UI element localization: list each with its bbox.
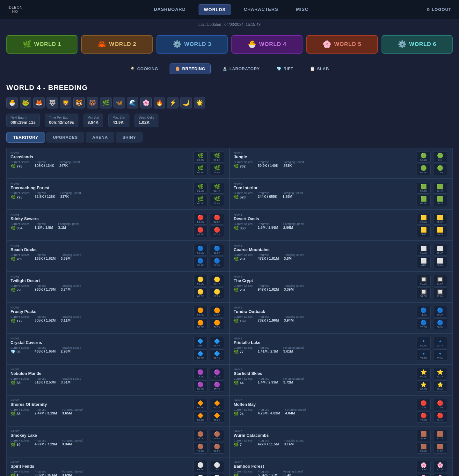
- pet-icon-12[interactable]: ⚡: [167, 97, 178, 108]
- pet-slot-icon: 🔹: [437, 351, 443, 357]
- nav-misc[interactable]: MISC: [291, 4, 314, 15]
- territory-card-smokey-lake: Name Smokey Lake Current Spices 🌿 19 Pro…: [6, 426, 229, 457]
- pet-icon-11[interactable]: 🔥: [154, 97, 165, 108]
- current-spices-label: Current Spices: [234, 222, 253, 226]
- sub-nav-laboratory[interactable]: 🔬 LABORATORY: [217, 63, 265, 74]
- tab-upgrades[interactable]: UPGRADES: [46, 132, 84, 143]
- territory-info: Name Stinky Sewers Current Spices 🌿 354 …: [11, 213, 191, 230]
- pet-slot-val: 53.7K: [197, 313, 204, 316]
- world-tab-6[interactable]: ⚙️ WORLD 6: [382, 35, 453, 54]
- current-spices-value: 🌿 725: [11, 195, 30, 199]
- pet-icon-1[interactable]: 🐸: [20, 97, 31, 108]
- pet-slot: ⭐ 65.9K: [417, 380, 431, 392]
- slab-icon: 📋: [310, 66, 315, 71]
- pet-slot: ⚪ 50K: [193, 473, 208, 476]
- foraging-speed-label: Foraging Speed: [61, 284, 81, 287]
- current-spices-value: 🌿 261: [234, 257, 253, 261]
- pet-slot: 🔵 62.8K: [193, 244, 208, 256]
- progress-value: 782K / 1.96M: [258, 318, 279, 322]
- foraging-speed-cell: Foraging Speed 3.94M: [284, 315, 304, 323]
- pet-slot-val: 54.7K: [420, 450, 427, 452]
- world-tab-2[interactable]: 🦀 WORLD 2: [81, 35, 152, 54]
- pet-slot: 🔵 61.8K: [210, 244, 224, 256]
- sub-nav-breeding[interactable]: 🥚 BREEDING: [170, 63, 211, 74]
- pet-slots: 🔴 74.9K 🔴 57.9K 🔴 76.4K 🔴 61.1K: [417, 399, 448, 423]
- progress-cell: Progress 4.97M / 7.29M: [35, 439, 57, 447]
- world3-icon: ⚙️: [173, 40, 182, 48]
- world-tab-3[interactable]: ⚙️ WORLD 3: [157, 35, 228, 54]
- pet-slot-val: 51.5K: [214, 450, 220, 452]
- pet-slots: 🟣 73.2K 🟣 71.1K 🟣 50.7K 🟣 65.7K: [193, 368, 225, 392]
- pet-slot-val: 75.3K: [437, 220, 443, 223]
- current-spices-label: Current Spices: [234, 408, 253, 411]
- nav-dashboard[interactable]: DASHBOARD: [149, 4, 191, 15]
- logout-button[interactable]: ⎋ LOGOUT: [427, 7, 451, 12]
- pet-slot-val: 61.1K: [437, 419, 443, 421]
- world-tab-1[interactable]: 🌿 WORLD 1: [6, 35, 77, 54]
- pet-icon-8[interactable]: 🦋: [113, 97, 125, 108]
- territory-info: Name The Crypt Current Spices 🌿 201 Prog…: [234, 275, 414, 292]
- territory-name-label: Name: [234, 306, 414, 309]
- progress-label: Progress: [35, 253, 56, 257]
- pet-icon-14[interactable]: 🌟: [194, 97, 205, 108]
- pet-icon-7[interactable]: 🌿: [100, 97, 112, 108]
- current-spices-value: 🌿 354: [11, 226, 30, 230]
- pet-icon-5[interactable]: 🐯: [73, 97, 85, 108]
- pet-icon-10[interactable]: 🌸: [140, 97, 152, 108]
- pet-icon-3[interactable]: 🐺: [47, 97, 58, 108]
- pet-icon-4[interactable]: 🦁: [60, 97, 71, 108]
- foraging-speed-value: 3.8M: [284, 257, 304, 260]
- pet-slot: 🟫 54.7K: [417, 442, 431, 454]
- pet-icon-0[interactable]: 🐣: [6, 97, 18, 108]
- territory-name: Desert Oasis: [234, 216, 414, 221]
- pet-icon-9[interactable]: 🌊: [127, 97, 138, 108]
- pet-slot-val: 64.6K: [420, 375, 427, 378]
- world5-icon: 🌸: [323, 40, 332, 48]
- current-spices-label: Current Spices: [11, 408, 30, 411]
- pet-slot: 🔵 75.8K: [417, 318, 431, 330]
- stat-next-egg-value: 00h:19m:11s: [11, 120, 36, 125]
- nav-characters[interactable]: CHARACTERS: [239, 4, 283, 15]
- current-spices-cell: Current Spices 🌿 172: [11, 315, 30, 323]
- tab-territory[interactable]: TERRITORY: [6, 132, 45, 143]
- pet-slot-icon: 🔵: [420, 320, 427, 326]
- pet-slot: 🌸 73.8K: [417, 461, 431, 472]
- stat-time-per-egg: Time Per Egg 00h:42m:49s: [45, 114, 78, 127]
- tab-arena[interactable]: ARENA: [86, 132, 115, 143]
- territory-card-encroaching-forest: Name Encroaching Forest Current Spices 🌿…: [6, 179, 229, 210]
- nav-worlds[interactable]: WORLDS: [199, 4, 231, 15]
- current-spices-label: Current Spices: [234, 377, 253, 380]
- territory-name-label: Name: [234, 430, 414, 433]
- pet-icon-6[interactable]: 🐻: [87, 97, 98, 108]
- pet-slot-icon: 🟣: [214, 382, 220, 388]
- pet-slot-icon: ⭐: [420, 369, 427, 375]
- pet-slots: 🔵 71.7K 🔵 66.2K 🔵 75.8K 🔵 50.5K: [417, 306, 448, 330]
- current-spices-value: 🌿 38: [11, 411, 30, 416]
- sub-nav-rift[interactable]: 💎 RIFT: [271, 63, 298, 74]
- pet-slot-val: 50.4K: [197, 264, 204, 267]
- pet-slot: 🟡 69.8K: [193, 287, 208, 299]
- territory-name-label: Name: [11, 368, 191, 371]
- current-spices-label: Current Spices: [234, 191, 253, 195]
- pet-icon-13[interactable]: 🌙: [180, 97, 192, 108]
- pet-slot-val: 62.8K: [214, 313, 220, 316]
- foraging-speed-label: Foraging Speed: [284, 284, 304, 287]
- world-tab-5[interactable]: 🌸 WORLD 5: [306, 35, 377, 54]
- tab-shiny[interactable]: SHINY: [116, 132, 142, 143]
- current-spices-label: Current Spices: [234, 160, 253, 164]
- sub-nav-slab[interactable]: 📋 SLAB: [305, 63, 334, 74]
- foraging-speed-label: Foraging Speed: [282, 470, 303, 473]
- world6-icon: ⚙️: [398, 40, 407, 48]
- progress-label: Progress: [258, 284, 279, 287]
- territory-card-beach-docks: Name Beach Docks Current Spices 🌿 289 Pr…: [6, 241, 229, 271]
- sub-nav-cooking[interactable]: 🍳 COOKING: [125, 63, 163, 74]
- world-tab-4[interactable]: 🐣 WORLD 4: [231, 35, 302, 54]
- world5-label: WORLD 5: [334, 41, 361, 48]
- pet-slot-val: 67.8K: [214, 202, 220, 205]
- pet-icon-2[interactable]: 🦊: [33, 97, 45, 108]
- pet-slot-icon: 🔵: [197, 258, 204, 264]
- pet-slot-icon: 🟤: [214, 431, 220, 437]
- pet-slot: 🟫 74.5K: [433, 442, 447, 454]
- pet-slot-icon: ⚪: [214, 462, 220, 468]
- world3-label: WORLD 3: [184, 41, 211, 48]
